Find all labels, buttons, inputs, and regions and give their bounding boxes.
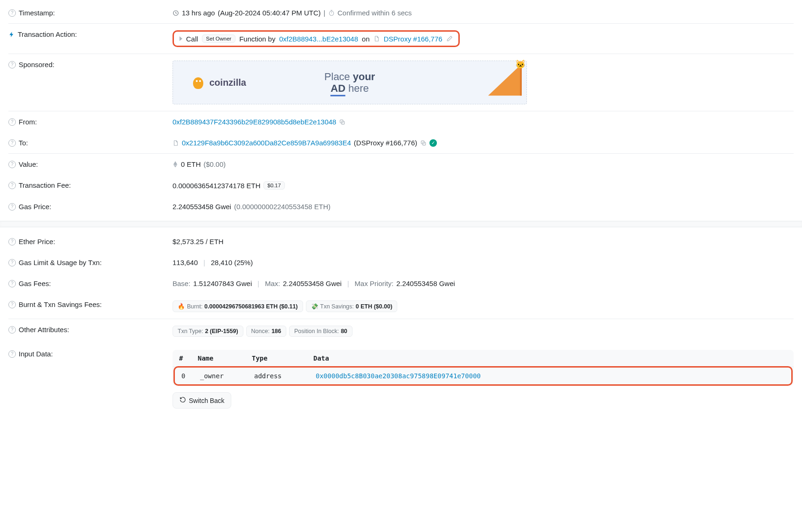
document-icon xyxy=(373,35,380,42)
td-idx: 0 xyxy=(175,368,194,384)
cat-icon: 🐱 xyxy=(515,59,525,69)
th-name: Name xyxy=(191,350,245,367)
timestamp-ago: 13 hrs ago xyxy=(182,9,215,17)
money-icon: 💸 xyxy=(311,303,318,310)
td-type: address xyxy=(248,368,309,384)
fire-icon: 🔥 xyxy=(178,303,185,310)
row-action: Transaction Action: Call Set Owner Funct… xyxy=(8,24,794,54)
label-gas-limit: Gas Limit & Usage by Txn: xyxy=(19,259,102,266)
help-icon[interactable]: ? xyxy=(8,350,16,358)
pencil-icon[interactable] xyxy=(446,35,453,42)
method-badge[interactable]: Set Owner xyxy=(202,34,235,43)
maxp-value: 2.240553458 Gwei xyxy=(396,280,455,287)
th-idx: # xyxy=(173,350,191,367)
action-fnby: Function by xyxy=(239,35,276,43)
gas-limit: 113,640 xyxy=(173,259,198,266)
timestamp-full: (Aug-20-2024 05:40:47 PM UTC) xyxy=(218,9,321,17)
help-icon[interactable]: ? xyxy=(8,301,16,308)
label-other: Other Attributes: xyxy=(19,326,69,334)
label-action: Transaction Action: xyxy=(18,30,77,38)
nonce-badge: Nonce: 186 xyxy=(246,326,286,337)
sponsored-corner: 🐱 xyxy=(485,64,522,100)
coinzilla-icon xyxy=(192,76,205,89)
label-input: Input Data: xyxy=(19,350,53,358)
sponsored-text: Place your AD here xyxy=(325,71,375,95)
fee-amount: 0.00006365412374178 ETH xyxy=(173,182,261,190)
td-data[interactable]: 0x0000db5c8B030ae20308ac975898E09741e700… xyxy=(309,368,791,384)
gasprice-eth: (0.000000002240553458 ETH) xyxy=(234,203,331,211)
help-icon[interactable]: ? xyxy=(8,9,16,17)
row-ether-price: ? Ether Price: $2,573.25 / ETH xyxy=(8,231,794,252)
txn-type-badge: Txn Type: 2 (EIP-1559) xyxy=(173,326,243,337)
help-icon[interactable]: ? xyxy=(8,280,16,287)
timer-icon xyxy=(328,10,335,16)
help-icon[interactable]: ? xyxy=(8,326,16,334)
row-gas-price: ? Gas Price: 2.240553458 Gwei (0.0000000… xyxy=(8,196,794,217)
label-from: From: xyxy=(19,118,37,126)
row-sponsored: ? Sponsored: coinzilla Place your AD her… xyxy=(8,54,794,111)
help-icon[interactable]: ? xyxy=(8,259,16,266)
base-label: Base: xyxy=(173,280,190,287)
th-type: Type xyxy=(245,350,307,367)
timestamp-confirmed: Confirmed within 6 secs xyxy=(338,9,412,17)
position-badge: Position In Block: 80 xyxy=(289,326,353,337)
label-sponsored: Sponsored: xyxy=(19,61,55,68)
label-gas-price: Gas Price: xyxy=(19,203,51,211)
th-data: Data xyxy=(307,350,794,367)
check-circle-icon: ✓ xyxy=(429,139,437,147)
row-gas-fees: ? Gas Fees: Base: 1.512407843 Gwei | Max… xyxy=(8,273,794,294)
sponsored-logo: coinzilla xyxy=(192,76,246,89)
eth-icon xyxy=(173,161,178,168)
label-ether-price: Ether Price: xyxy=(19,238,55,246)
to-address-link[interactable]: 0x2129F8a9b6C3092a600Da82Ce859B7A9a69983… xyxy=(182,139,351,147)
copy-icon[interactable] xyxy=(339,119,346,125)
switch-back-button[interactable]: Switch Back xyxy=(173,392,231,409)
clock-icon xyxy=(173,10,179,16)
to-name: (DSProxy #166,776) xyxy=(354,139,417,147)
undo-icon xyxy=(180,396,186,404)
row-burnt: ? Burnt & Txn Savings Fees: 🔥 Burnt: 0.0… xyxy=(8,294,794,319)
ether-price-value: $2,573.25 / ETH xyxy=(173,238,223,246)
row-gas-limit: ? Gas Limit & Usage by Txn: 113,640 | 28… xyxy=(8,252,794,273)
max-value: 2.240553458 Gwei xyxy=(283,280,342,287)
input-data-row-highlight: 0 _owner address 0x0000db5c8B030ae20308a… xyxy=(173,366,793,386)
fee-usd-badge: $0.17 xyxy=(263,181,285,190)
value-amount: 0 ETH xyxy=(181,160,201,168)
savings-badge: 💸 Txn Savings: 0 ETH ($0.00) xyxy=(306,300,398,312)
help-icon[interactable]: ? xyxy=(8,139,16,147)
bolt-icon xyxy=(8,31,15,38)
help-icon[interactable]: ? xyxy=(8,118,16,126)
caret-icon xyxy=(180,36,182,41)
gas-usage: 28,410 (25%) xyxy=(211,259,253,266)
document-icon xyxy=(173,140,179,146)
help-icon[interactable]: ? xyxy=(8,203,16,211)
from-address-link[interactable]: 0xf2B889437F243396b29E829908b5d8ebE2e130… xyxy=(173,118,336,126)
label-to: To: xyxy=(19,139,28,147)
row-timestamp: ? Timestamp: 13 hrs ago (Aug-20-2024 05:… xyxy=(8,2,794,24)
label-timestamp: Timestamp: xyxy=(19,9,55,17)
row-to: ? To: 0x2129F8a9b6C3092a600Da82Ce859B7A9… xyxy=(8,132,794,154)
action-contract-link[interactable]: DSProxy #166,776 xyxy=(384,35,442,43)
td-name: _owner xyxy=(194,368,248,384)
section-divider xyxy=(0,221,802,227)
base-value: 1.512407843 Gwei xyxy=(193,280,252,287)
help-icon[interactable]: ? xyxy=(8,161,16,168)
help-icon[interactable]: ? xyxy=(8,238,16,246)
help-icon[interactable]: ? xyxy=(8,182,16,189)
row-from: ? From: 0xf2B889437F243396b29E829908b5d8… xyxy=(8,111,794,132)
action-address-link[interactable]: 0xf2B88943...bE2e13048 xyxy=(279,35,358,43)
row-fee: ? Transaction Fee: 0.00006365412374178 E… xyxy=(8,175,794,196)
label-fee: Transaction Fee: xyxy=(19,181,71,189)
action-call: Call xyxy=(186,35,198,43)
sponsored-ad[interactable]: coinzilla Place your AD here 🐱 xyxy=(173,61,527,104)
row-value: ? Value: 0 ETH ($0.00) xyxy=(8,154,794,175)
max-label: Max: xyxy=(265,280,280,287)
gasprice-amount: 2.240553458 Gwei xyxy=(173,203,231,211)
label-value: Value: xyxy=(19,160,38,168)
label-gas-fees: Gas Fees: xyxy=(19,280,51,287)
burnt-badge: 🔥 Burnt: 0.00004296750681963 ETH ($0.11) xyxy=(173,300,303,312)
help-icon[interactable]: ? xyxy=(8,61,16,68)
copy-icon[interactable] xyxy=(420,140,427,146)
maxp-label: Max Priority: xyxy=(355,280,394,287)
input-data-table: # Name Type Data 0 _owner address 0x0000… xyxy=(173,350,794,386)
